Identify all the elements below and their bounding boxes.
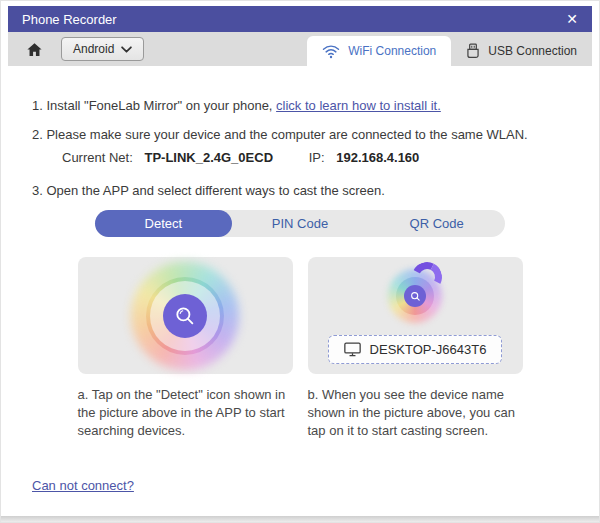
illustration-panels: DESKTOP-J6643T6 xyxy=(32,257,568,374)
connect-method-segmented-control: Detect PIN Code QR Code xyxy=(95,210,505,237)
connection-tabs: WiFi Connection USB Connection xyxy=(307,36,592,66)
toolbar: Android WiFi Connection USB Conne xyxy=(8,32,592,66)
window-bottom-edge xyxy=(1,516,599,522)
device-type-label: Android xyxy=(73,42,114,56)
caption-a: a. Tap on the "Detect" icon shown in the… xyxy=(78,386,293,440)
device-illustration-panel: DESKTOP-J6643T6 xyxy=(308,257,523,374)
ip-label: IP: xyxy=(309,150,325,165)
main-content: 1. Install "FoneLab Mirror" on your phon… xyxy=(8,66,592,518)
segment-pin-code[interactable]: PIN Code xyxy=(232,210,369,237)
segment-qr-code[interactable]: QR Code xyxy=(368,210,505,237)
detect-rainbow-icon xyxy=(131,262,239,370)
mini-search-icon xyxy=(404,285,426,307)
step-1-text: 1. Install "FoneLab Mirror" on your phon… xyxy=(32,98,272,113)
device-name-button[interactable]: DESKTOP-J6643T6 xyxy=(328,335,503,364)
home-icon[interactable] xyxy=(26,41,43,58)
current-net-value: TP-LINK_2.4G_0ECD xyxy=(144,150,273,165)
close-icon[interactable]: ✕ xyxy=(566,12,578,26)
casting-rainbow-icon xyxy=(386,267,444,325)
segment-detect[interactable]: Detect xyxy=(95,210,232,237)
tab-wifi-label: WiFi Connection xyxy=(348,44,436,58)
network-info: Current Net: TP-LINK_2.4G_0ECD IP: 192.1… xyxy=(32,148,568,167)
device-type-dropdown[interactable]: Android xyxy=(61,37,144,61)
usb-icon xyxy=(466,43,480,59)
detect-illustration-panel xyxy=(78,257,293,374)
device-name: DESKTOP-J6643T6 xyxy=(370,342,487,357)
window-title: Phone Recorder xyxy=(22,12,117,27)
ip-value: 192.168.4.160 xyxy=(336,150,419,165)
cannot-connect-link[interactable]: Can not connect? xyxy=(32,478,134,493)
phone-recorder-window: Phone Recorder ✕ Android WiFi Connection xyxy=(0,0,600,523)
monitor-icon xyxy=(344,342,361,357)
step-2: 2. Please make sure your device and the … xyxy=(32,125,568,144)
install-help-link[interactable]: click to learn how to install it. xyxy=(276,98,441,113)
tab-usb-label: USB Connection xyxy=(488,44,577,58)
chevron-down-icon xyxy=(121,46,132,53)
tab-usb-connection[interactable]: USB Connection xyxy=(451,36,592,66)
panel-captions: a. Tap on the "Detect" icon shown in the… xyxy=(32,386,568,440)
search-icon xyxy=(163,294,207,338)
step-3: 3. Open the APP and select different way… xyxy=(32,181,568,200)
step-1: 1. Install "FoneLab Mirror" on your phon… xyxy=(32,96,568,115)
tab-wifi-connection[interactable]: WiFi Connection xyxy=(307,36,451,66)
current-net-label: Current Net: xyxy=(62,150,133,165)
wifi-icon xyxy=(322,44,340,59)
titlebar: Phone Recorder ✕ xyxy=(8,6,592,32)
caption-b: b. When you see the device name shown in… xyxy=(308,386,523,440)
